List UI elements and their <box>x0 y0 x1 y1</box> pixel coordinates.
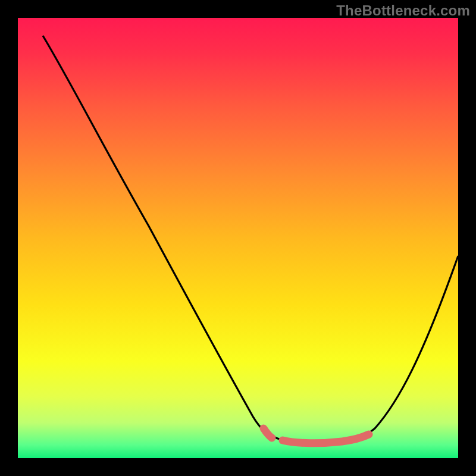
optimal-range-segment <box>283 434 369 443</box>
bottleneck-curve <box>43 36 458 443</box>
curve-layer <box>18 18 458 458</box>
bottleneck-chart <box>18 18 458 458</box>
watermark-text: TheBottleneck.com <box>336 2 470 19</box>
optimal-range-left-dot <box>264 428 272 438</box>
